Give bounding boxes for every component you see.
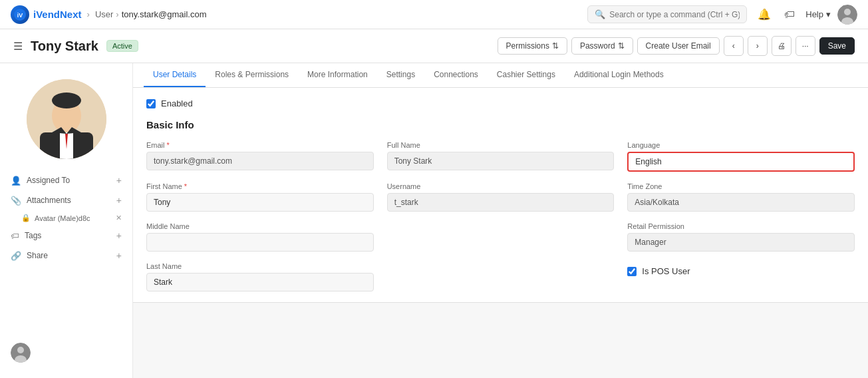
tab-user-details[interactable]: User Details (144, 63, 206, 87)
share-add-icon[interactable]: + (116, 250, 122, 261)
create-user-email-button[interactable]: Create User Email (637, 37, 720, 55)
enabled-checkbox[interactable] (146, 99, 156, 108)
prev-button[interactable]: ‹ (724, 36, 744, 56)
form-grid: Email * Full Name Language (146, 141, 855, 291)
print-button[interactable]: 🖨 (772, 36, 792, 56)
avatar-svg (27, 79, 106, 159)
username-input[interactable] (387, 193, 615, 212)
hamburger-icon[interactable]: ☰ (13, 40, 23, 53)
assigned-to-add-icon[interactable]: + (116, 175, 122, 186)
breadcrumb-user[interactable]: User (95, 9, 113, 19)
share-icon: 🔗 (11, 251, 21, 261)
attachments-label: Attachments (27, 196, 111, 205)
tags-add-icon[interactable]: + (116, 230, 122, 241)
password-button[interactable]: Password ⇅ (571, 37, 633, 55)
timezone-input[interactable] (627, 193, 855, 212)
sidebar-user-avatar[interactable] (11, 343, 31, 363)
attachment-filename: Avatar (Male)d8c (35, 214, 90, 222)
tags-sidebar-icon: 🏷 (11, 231, 19, 241)
nav-icons: 🔔 🏷 Help ▾ (755, 5, 857, 25)
page-title: Tony Stark (31, 39, 98, 54)
save-label: Save (828, 41, 846, 51)
search-input[interactable] (609, 10, 740, 19)
email-group: Email * (146, 141, 374, 172)
tab-settings[interactable]: Settings (377, 63, 424, 87)
help-label: Help (805, 9, 823, 19)
sidebar-item-assigned-to[interactable]: 👤 Assigned To + (0, 171, 132, 190)
svg-point-15 (17, 347, 24, 353)
sidebar-item-share[interactable]: 🔗 Share + (0, 246, 132, 265)
tab-additional-login-methods[interactable]: Additional Login Methods (565, 63, 673, 87)
tags-icon[interactable]: 🏷 (780, 5, 799, 24)
tab-roles-permissions[interactable]: Roles & Permissions (206, 63, 298, 87)
page-header: ☰ Tony Stark Active Permissions ⇅ Passwo… (0, 29, 868, 63)
sidebar-item-attachments[interactable]: 📎 Attachments + (0, 191, 132, 210)
avatar-area (0, 74, 132, 170)
tab-more-information[interactable]: More Information (298, 63, 377, 87)
email-input[interactable] (146, 152, 374, 170)
sidebar-item-tags[interactable]: 🏷 Tags + (0, 226, 132, 245)
permissions-chevron-icon: ⇅ (552, 41, 559, 51)
form-content: Enabled Basic Info Email * (133, 88, 868, 302)
tabs: User Details Roles & Permissions More In… (133, 63, 868, 88)
tab-connections[interactable]: Connections (424, 63, 488, 87)
attachment-remove-icon[interactable]: ✕ (116, 214, 122, 222)
form-card: User Details Roles & Permissions More In… (133, 63, 868, 303)
full-name-label: Full Name (387, 141, 615, 149)
last-name-group: Last Name (146, 262, 374, 291)
is-pos-user-label: Is POS User (642, 266, 690, 276)
first-name-input[interactable] (146, 193, 374, 212)
user-avatar-nav[interactable] (837, 5, 857, 25)
assigned-to-icon: 👤 (11, 176, 21, 186)
attachments-icon: 📎 (11, 196, 21, 206)
middle-name-input[interactable] (146, 233, 374, 252)
attachments-add-icon[interactable]: + (116, 195, 122, 206)
section-title: Basic Info (146, 119, 855, 130)
retail-permission-input[interactable] (627, 233, 855, 252)
app-logo[interactable]: iV iVendNext (11, 5, 82, 24)
content-area: User Details Roles & Permissions More In… (133, 63, 868, 378)
is-pos-user-group: Is POS User (627, 262, 855, 291)
notifications-icon[interactable]: 🔔 (755, 5, 774, 24)
username-group: Username (387, 182, 615, 212)
next-button[interactable]: › (748, 36, 768, 56)
assigned-to-label: Assigned To (27, 176, 111, 185)
save-button[interactable]: Save (819, 37, 855, 55)
help-button[interactable]: Help ▾ (805, 9, 831, 19)
sidebar-attachment-item[interactable]: 🔒 Avatar (Male)d8c ✕ (0, 211, 132, 225)
search-box[interactable]: 🔍 (587, 5, 747, 23)
sidebar: 👤 Assigned To + 📎 Attachments + 🔒 Avatar… (0, 63, 133, 378)
svg-text:iV: iV (17, 12, 23, 19)
tab-cashier-settings[interactable]: Cashier Settings (488, 63, 565, 87)
username-label: Username (387, 182, 615, 190)
last-name-input[interactable] (146, 273, 374, 291)
help-chevron-icon: ▾ (826, 9, 831, 19)
empty-cell2 (387, 262, 615, 291)
middle-name-group: Middle Name (146, 222, 374, 252)
full-name-input[interactable] (387, 152, 615, 170)
password-chevron-icon: ⇅ (618, 41, 625, 51)
breadcrumb: User › tony.stark@gmail.com (95, 9, 207, 19)
attachment-file-icon: 🔒 (21, 214, 31, 222)
more-button[interactable]: ··· (796, 36, 815, 56)
full-name-group: Full Name (387, 141, 615, 172)
tags-label: Tags (25, 231, 111, 240)
language-group: Language (627, 141, 855, 172)
breadcrumb-sep1: › (87, 9, 90, 19)
password-label: Password (580, 41, 615, 51)
topnav: iV iVendNext › User › tony.stark@gmail.c… (0, 0, 868, 29)
middle-name-label: Middle Name (146, 222, 374, 230)
permissions-label: Permissions (506, 41, 549, 51)
permissions-button[interactable]: Permissions ⇅ (498, 37, 567, 55)
language-input[interactable] (627, 152, 855, 172)
last-name-label: Last Name (146, 262, 374, 270)
retail-permission-label: Retail Permission (627, 222, 855, 230)
svg-point-10 (52, 93, 81, 108)
status-badge: Active (106, 40, 138, 52)
logo-icon: iV (11, 5, 29, 24)
first-name-label: First Name * (146, 182, 374, 190)
breadcrumb-email: tony.stark@gmail.com (122, 9, 207, 19)
empty-cell (387, 222, 615, 252)
sidebar-bottom (0, 337, 132, 368)
is-pos-user-checkbox[interactable] (627, 267, 637, 276)
